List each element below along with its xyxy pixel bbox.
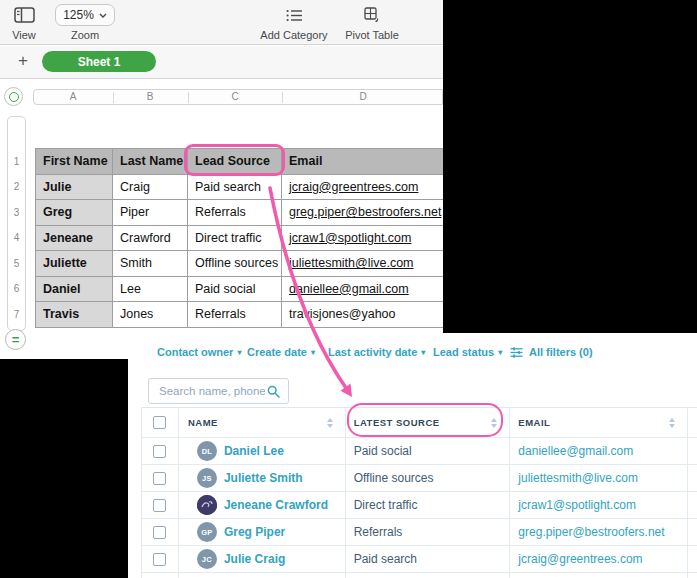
- column-header-strip[interactable]: A B C D: [33, 89, 443, 105]
- row-header-5[interactable]: 5: [8, 258, 25, 269]
- email-link[interactable]: greg.piper@bestroofers.net: [518, 525, 664, 539]
- latest-source-value: Direct traffic: [354, 498, 418, 512]
- latest-source-value: Offline sources: [354, 471, 434, 485]
- avatar: DL: [197, 441, 217, 461]
- cell-c2[interactable]: Paid search: [188, 175, 282, 201]
- crm-row-daniel-lee: DL Daniel Lee Paid social daniellee@gmai…: [142, 438, 697, 465]
- zoom-value: 125%: [63, 8, 94, 22]
- crm-row-jeneane-crawford: Jeneane Crawford Direct traffic jcraw1@s…: [142, 492, 697, 519]
- cell-c3[interactable]: Referrals: [188, 200, 282, 226]
- row-checkbox[interactable]: [153, 553, 166, 566]
- cell-b6[interactable]: Lee: [113, 277, 188, 303]
- contact-name-link[interactable]: Jeneane Crawford: [224, 498, 328, 512]
- search-input[interactable]: [157, 384, 267, 398]
- filter-last-activity-date[interactable]: Last activity date ▾: [328, 346, 425, 358]
- all-filters-button[interactable]: All filters (0): [510, 346, 593, 358]
- filter-lead-status[interactable]: Lead status ▾: [433, 346, 502, 358]
- add-sheet-button[interactable]: +: [12, 50, 34, 72]
- select-all-checkbox[interactable]: [153, 416, 166, 429]
- view-button[interactable]: View: [2, 4, 46, 41]
- filter-create-date[interactable]: Create date ▾: [247, 346, 315, 358]
- filter-label: Create date: [247, 346, 307, 358]
- plus-icon: +: [18, 51, 28, 71]
- column-header-b[interactable]: B: [140, 91, 160, 102]
- tab-sheet-1[interactable]: Sheet 1: [42, 51, 156, 72]
- crm-row-greg-piper: GP Greg Piper Referrals greg.piper@bestr…: [142, 519, 697, 546]
- pivot-table-button[interactable]: Pivot Table: [340, 4, 404, 41]
- sort-icon[interactable]: [327, 418, 333, 428]
- row-header-6[interactable]: 6: [8, 283, 25, 294]
- row-checkbox[interactable]: [153, 526, 166, 539]
- cell-a2[interactable]: Julie: [36, 175, 113, 201]
- row-checkbox[interactable]: [153, 499, 166, 512]
- avatar: GP: [197, 522, 217, 542]
- sliders-icon: [510, 347, 523, 358]
- cell-d3[interactable]: greg.piper@bestroofers.net: [282, 200, 444, 226]
- cell-c4[interactable]: Direct traffic: [188, 226, 282, 252]
- cell-c7[interactable]: Referrals: [188, 302, 282, 328]
- screenshot-root: View 125% Zoom Add Category: [0, 0, 697, 578]
- row-header-7[interactable]: 7: [8, 309, 25, 320]
- email-link[interactable]: jcraig@greentrees.com: [518, 552, 642, 566]
- cell-b3[interactable]: Piper: [113, 200, 188, 226]
- crm-header-email[interactable]: EMAIL: [510, 408, 688, 437]
- sheet-header-first-name[interactable]: First Name: [36, 149, 113, 175]
- filter-label: Lead status: [433, 346, 494, 358]
- email-link[interactable]: daniellee@gmail.com: [518, 444, 633, 458]
- add-category-button[interactable]: Add Category: [255, 4, 333, 41]
- email-link[interactable]: jcraw1@spotlight.com: [518, 498, 636, 512]
- row-header-2[interactable]: 2: [8, 181, 25, 192]
- contact-name-link[interactable]: Julie Craig: [224, 552, 285, 566]
- column-header-c[interactable]: C: [225, 91, 245, 102]
- column-header-d[interactable]: D: [353, 91, 373, 102]
- sheet-header-email[interactable]: Email: [282, 149, 444, 175]
- cell-d6[interactable]: daniellee@gmail.com: [282, 277, 444, 303]
- cell-a6[interactable]: Daniel: [36, 277, 113, 303]
- contact-name-link[interactable]: Juliette Smith: [224, 471, 303, 485]
- cell-d5[interactable]: juliettesmith@live.com: [282, 251, 444, 277]
- filter-contact-owner[interactable]: Contact owner ▾: [157, 346, 241, 358]
- cell-d4[interactable]: jcraw1@spotlight.com: [282, 226, 444, 252]
- cell-a7[interactable]: Travis: [36, 302, 113, 328]
- cell-d7[interactable]: travisjones@yahoo: [282, 302, 444, 328]
- filter-label: Contact owner: [157, 346, 233, 358]
- caret-down-icon: ▾: [421, 349, 425, 357]
- row-header-1[interactable]: 1: [8, 156, 25, 167]
- contact-name-link[interactable]: Daniel Lee: [224, 444, 284, 458]
- sort-icon[interactable]: [669, 418, 675, 428]
- cell-c6[interactable]: Paid social: [188, 277, 282, 303]
- cell-c5[interactable]: Offline sources: [188, 251, 282, 277]
- sheet-header-last-name[interactable]: Last Name: [113, 149, 188, 175]
- row-header-4[interactable]: 4: [8, 232, 25, 243]
- cell-b4[interactable]: Crawford: [113, 226, 188, 252]
- cell-a4[interactable]: Jeneane: [36, 226, 113, 252]
- masked-region-bottom-left: [0, 359, 128, 578]
- crm-header-name[interactable]: NAME: [179, 408, 346, 437]
- row-checkbox[interactable]: [153, 445, 166, 458]
- row-number-strip[interactable]: 1 2 3 4 5 6 7: [7, 116, 26, 331]
- table-handle-icon[interactable]: [4, 87, 23, 106]
- row-checkbox[interactable]: [153, 472, 166, 485]
- email-link[interactable]: juliettesmith@live.com: [518, 471, 638, 485]
- search-icon[interactable]: [267, 385, 280, 398]
- formula-button[interactable]: =: [5, 329, 26, 350]
- row-header-3[interactable]: 3: [8, 207, 25, 218]
- cell-b5[interactable]: Smith: [113, 251, 188, 277]
- crm-row-partial: [142, 573, 697, 578]
- pivot-table-icon: [340, 4, 404, 26]
- crm-header-name-label: NAME: [188, 417, 218, 428]
- cell-b2[interactable]: Craig: [113, 175, 188, 201]
- avatar: JS: [197, 468, 217, 488]
- cell-a5[interactable]: Juliette: [36, 251, 113, 277]
- cell-a3[interactable]: Greg: [36, 200, 113, 226]
- avatar: JC: [197, 549, 217, 569]
- crm-header-email-label: EMAIL: [518, 417, 550, 428]
- cell-d2[interactable]: jcraig@greentrees.com: [282, 175, 444, 201]
- zoom-dropdown[interactable]: 125%: [55, 4, 115, 26]
- cell-b7[interactable]: Jones: [113, 302, 188, 328]
- crm-row-juliette-smith: JS Juliette Smith Offline sources juliet…: [142, 465, 697, 492]
- sheet-tab-bar: + Sheet 1: [0, 46, 443, 79]
- column-header-a[interactable]: A: [63, 91, 83, 102]
- contact-name-link[interactable]: Greg Piper: [224, 525, 285, 539]
- search-box: [148, 378, 289, 404]
